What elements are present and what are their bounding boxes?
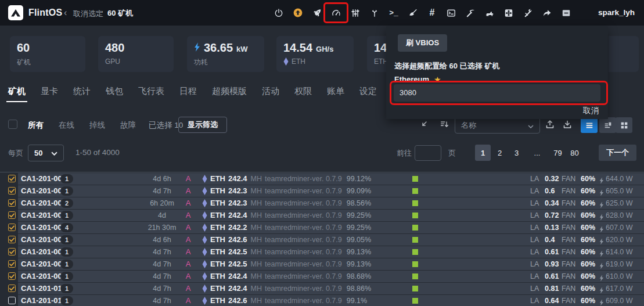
page-button-2[interactable]: 2 — [492, 145, 508, 161]
sliders-icon[interactable] — [351, 8, 360, 18]
row-checkbox[interactable] — [8, 272, 16, 280]
table-row[interactable]: CA1-201-006 1 4d 6h A ETH 242.6 MH teamr… — [0, 234, 644, 246]
table-row[interactable]: CA1-201-011 1 4d 7h A ETH 242.6 MH teamr… — [0, 295, 644, 306]
flag-badge: A — [184, 173, 192, 185]
tab-4[interactable]: 飞行表 — [138, 86, 164, 102]
la-label: LA — [530, 185, 539, 197]
tab-9[interactable]: 账单 — [327, 86, 344, 102]
tab-1[interactable]: 显卡 — [41, 86, 58, 102]
import-icon[interactable] — [562, 119, 573, 132]
fan-value: 60% — [581, 197, 595, 209]
table-row[interactable]: CA1-201-009 1 4d 7h A ETH 242.4 MH teamr… — [0, 271, 644, 282]
table-row[interactable]: CA1-201-007 1 4d 7h A ETH 242.5 MH teamr… — [0, 246, 644, 258]
share-icon[interactable] — [542, 8, 552, 18]
sort-select[interactable]: 名称 — [455, 117, 540, 134]
tab-8[interactable]: 权限 — [294, 86, 312, 102]
fan-icon[interactable] — [504, 8, 513, 18]
miner-name[interactable]: CA1-201-006 — [21, 234, 66, 246]
tools-icon[interactable] — [523, 8, 533, 18]
row-checkbox[interactable] — [8, 224, 16, 231]
flag-badge: A — [184, 258, 192, 270]
per-page-select[interactable]: 50 — [28, 145, 64, 161]
next-page-button[interactable]: 下一个 — [599, 145, 636, 161]
miner-name[interactable]: CA1-201-003 — [21, 197, 66, 209]
row-checkbox[interactable] — [8, 175, 16, 182]
row-checkbox[interactable] — [8, 297, 16, 304]
page-button-1[interactable]: 1 — [475, 145, 491, 161]
branch-icon[interactable] — [370, 8, 379, 18]
miner-name[interactable]: CA1-201-011 — [21, 295, 66, 306]
collapse-icon[interactable] — [419, 120, 429, 131]
row-checkbox[interactable] — [8, 236, 16, 243]
la-label: LA — [530, 246, 539, 258]
upgrade-icon[interactable] — [293, 8, 303, 18]
filter-fault[interactable]: 故障 — [120, 120, 136, 131]
page-button-3[interactable]: 3 — [509, 145, 524, 161]
cancel-button[interactable]: 取消 — [583, 106, 599, 116]
tab-6[interactable]: 超频模版 — [212, 86, 247, 102]
miner-name[interactable]: CA1-201-004 — [21, 210, 66, 221]
terminal-icon[interactable]: >_ — [389, 8, 398, 18]
table-row[interactable]: CA1-201-003 2 6h 20m A ETH 242.3 MH team… — [0, 197, 644, 209]
filter-offline[interactable]: 掉线 — [89, 120, 105, 131]
gauge-icon[interactable] — [332, 8, 341, 18]
gpu-count-badge: 1 — [60, 235, 73, 244]
miner-name[interactable]: CA1-201-009 — [21, 271, 66, 282]
tab-3[interactable]: 钱包 — [106, 86, 123, 102]
row-checkbox[interactable] — [8, 285, 16, 292]
broom-icon[interactable] — [408, 8, 418, 18]
pickaxe-icon[interactable] — [466, 8, 475, 18]
power-icon[interactable] — [274, 8, 283, 18]
username[interactable]: spark_lyh — [598, 8, 635, 17]
list-view-button[interactable] — [581, 117, 598, 133]
star-icon[interactable]: ★ — [434, 75, 441, 84]
miner-name[interactable]: CA1-201-005 — [21, 222, 66, 233]
flash-vbios-button[interactable]: 刷 VBIOS — [398, 34, 447, 52]
table-row[interactable]: CA1-201-002 1 4d 7h A ETH 242.3 MH teamr… — [0, 185, 644, 197]
hashrate-unit: MH — [251, 185, 262, 197]
sort-descending-icon[interactable] — [440, 120, 449, 131]
filter-all[interactable]: 所有 — [28, 120, 44, 131]
tab-10[interactable]: 设定 — [359, 86, 377, 102]
goto-page-input[interactable] — [415, 145, 441, 161]
minus-box-icon[interactable] — [562, 8, 571, 18]
page-button-80[interactable]: 80 — [567, 145, 582, 161]
back-chevron-icon[interactable]: ‹ — [64, 8, 67, 18]
row-checkbox[interactable] — [8, 260, 16, 268]
show-filter-button[interactable]: 显示筛选 — [178, 117, 227, 133]
app-logo[interactable]: FlintOS — [8, 5, 62, 20]
hash-icon[interactable]: # — [427, 8, 437, 18]
tab-5[interactable]: 日程 — [179, 86, 197, 102]
table-row[interactable]: CA1-201-005 4 21h 30m A ETH 242.2 MH tea… — [0, 222, 644, 233]
tab-7[interactable]: 活动 — [262, 86, 279, 102]
miner-name[interactable]: CA1-201-001 — [21, 173, 66, 185]
overclock-profile-input[interactable]: 3080 — [394, 84, 600, 102]
table-view-button[interactable] — [599, 117, 616, 133]
filter-online[interactable]: 在线 — [59, 120, 74, 131]
rocket-icon[interactable] — [312, 8, 322, 18]
row-checkbox[interactable] — [8, 211, 16, 219]
tab-2[interactable]: 统计 — [73, 86, 91, 102]
table-row[interactable]: CA1-201-001 1 4d 6h A ETH 242.4 MH teamr… — [0, 173, 644, 185]
row-bar: CA1-201-009 1 4d 7h A ETH 242.4 MH teamr… — [18, 271, 644, 282]
watchdog-icon[interactable] — [485, 8, 494, 18]
deselect-button[interactable]: 取消选定 — [73, 9, 103, 19]
page-ellipsis[interactable]: ... — [526, 145, 549, 161]
miner-name[interactable]: CA1-201-007 — [21, 246, 66, 258]
table-row[interactable]: CA1-201-010 1 4d 7h A ETH 242.4 MH teamr… — [0, 283, 644, 294]
miner-name[interactable]: CA1-201-008 — [21, 258, 66, 270]
miner-name[interactable]: CA1-201-010 — [21, 283, 66, 294]
export-icon[interactable] — [545, 119, 555, 132]
page-button-79[interactable]: 79 — [550, 145, 566, 161]
grid-view-button[interactable] — [616, 117, 632, 133]
miner-name[interactable]: CA1-201-002 — [21, 185, 66, 197]
table-row[interactable]: CA1-201-008 1 4d 7h A ETH 242.5 MH teamr… — [0, 258, 644, 270]
select-all-checkbox[interactable] — [8, 120, 17, 129]
table-row[interactable]: CA1-201-004 1 4d A ETH 242.4 MH teamredm… — [0, 210, 644, 221]
tab-0[interactable]: 矿机 — [8, 86, 26, 102]
row-checkbox[interactable] — [8, 199, 16, 207]
page-suffix: 页 — [448, 148, 456, 159]
row-checkbox[interactable] — [8, 187, 16, 195]
row-checkbox[interactable] — [8, 248, 16, 255]
console-icon[interactable] — [447, 8, 456, 18]
